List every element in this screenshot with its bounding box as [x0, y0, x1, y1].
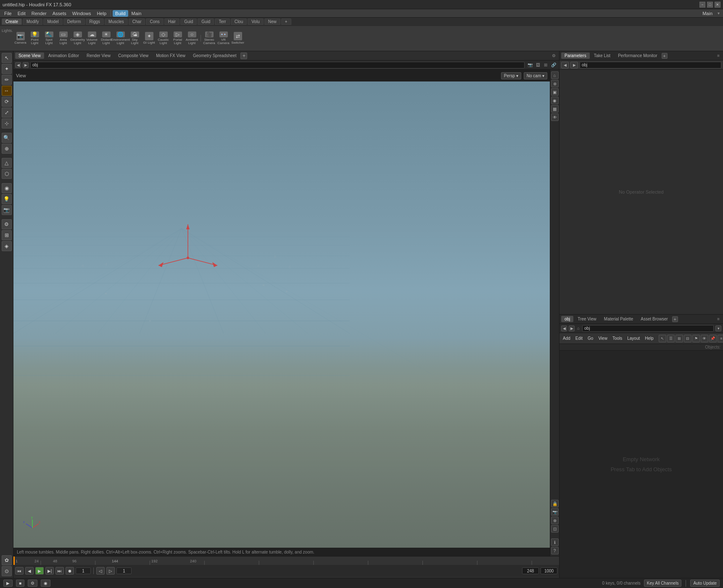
- vp-ctrl-lock[interactable]: 🔒: [551, 500, 559, 507]
- tl-next-key[interactable]: ▷: [106, 567, 115, 575]
- menu-edit[interactable]: Edit: [15, 10, 28, 17]
- timeline-ruler[interactable]: 96 144 192 240 1 24 48 144: [13, 556, 559, 565]
- tl-prev-key[interactable]: ◁: [96, 567, 105, 575]
- shelf-spot-light[interactable]: 🔦 Spot Light: [42, 31, 56, 46]
- persp-icon[interactable]: 📷: [528, 63, 533, 67]
- vp-ctrl-help[interactable]: ?: [551, 547, 559, 554]
- tl-goto-start[interactable]: ⏮: [15, 567, 24, 575]
- viewport[interactable]: View Persp ▾ No cam ▾: [13, 70, 550, 556]
- shelf-tab-create[interactable]: Create: [2, 18, 22, 25]
- shelf-point-light[interactable]: 💡 Point Light: [28, 31, 42, 46]
- path-forward-btn[interactable]: ▶: [23, 62, 29, 68]
- net-menu-layout[interactable]: Layout: [625, 335, 641, 341]
- shelf-tab-char[interactable]: Char: [129, 18, 145, 25]
- rotate-tool[interactable]: ⟳: [2, 97, 12, 107]
- projection-dropdown[interactable]: Persp ▾: [501, 72, 521, 79]
- zoom-tool[interactable]: ⊕: [2, 144, 12, 154]
- network-path-input[interactable]: [582, 325, 714, 332]
- tab-tree-view[interactable]: Tree View: [574, 316, 599, 322]
- shelf-tab-terr[interactable]: Terr: [215, 18, 230, 25]
- network-menu-icon[interactable]: ≡: [715, 317, 721, 321]
- menu-help[interactable]: Help: [94, 10, 109, 17]
- obj-tool[interactable]: ⬡: [2, 169, 12, 179]
- tab-render-view[interactable]: Render View: [83, 52, 114, 59]
- shelf-volume-light[interactable]: ☁ Volume Light: [85, 31, 99, 46]
- tl-play-stop[interactable]: ▶: [35, 567, 44, 575]
- bb-stop-btn[interactable]: ■: [16, 580, 24, 587]
- shelf-tab-muscles[interactable]: Muscles: [105, 18, 128, 25]
- shelf-env-light[interactable]: 🌐 Environment Light: [114, 31, 127, 46]
- net-menu-view[interactable]: View: [596, 335, 609, 341]
- viewport-path-input[interactable]: [30, 62, 525, 68]
- minimize-button[interactable]: −: [699, 2, 705, 8]
- viewport-canvas[interactable]: -6 -4 4 6 8 x: [13, 81, 550, 548]
- params-back-btn[interactable]: ◀: [561, 62, 569, 68]
- tab-composite-view[interactable]: Composite View: [115, 52, 152, 59]
- net-icon-pin[interactable]: 📌: [709, 335, 717, 342]
- tab-scene-view[interactable]: Scene View: [15, 52, 44, 59]
- vp-ctrl-zoom[interactable]: ⊕: [551, 80, 559, 87]
- tl-next-frame[interactable]: ▶|: [45, 567, 54, 575]
- net-menu-edit[interactable]: Edit: [574, 335, 584, 341]
- network-tab-add[interactable]: +: [672, 316, 678, 322]
- shelf-tab-new[interactable]: New: [264, 18, 280, 25]
- net-menu-help[interactable]: Help: [643, 335, 655, 341]
- vp-ctrl-nav[interactable]: ⊕: [551, 517, 559, 524]
- shelf-portal-light[interactable]: ▷ Portal Light: [171, 31, 185, 46]
- tl-frame-display[interactable]: [116, 567, 132, 574]
- paint-tool[interactable]: ✏: [2, 75, 12, 85]
- pose-tool[interactable]: ✦: [2, 64, 12, 74]
- key-all-channels-btn[interactable]: Key All Channels: [644, 580, 682, 587]
- vp-ctrl-render[interactable]: ◉: [551, 97, 559, 104]
- tl-record[interactable]: ⏺: [66, 567, 74, 575]
- shelf-tab-model[interactable]: Model: [43, 18, 62, 25]
- vp-ctrl-info[interactable]: ℹ: [551, 538, 559, 546]
- net-forward-btn[interactable]: ▶: [569, 326, 575, 331]
- menu-file[interactable]: File: [2, 10, 14, 17]
- shelf-tab-plus[interactable]: +: [281, 18, 291, 25]
- shelf-geometry-light[interactable]: ◈ Geometry Light: [71, 31, 84, 46]
- net-menu-go[interactable]: Go: [586, 335, 595, 341]
- params-path-input[interactable]: [580, 62, 721, 68]
- handle-tool[interactable]: ⊹: [2, 118, 12, 129]
- net-icon-more[interactable]: ≡: [718, 335, 723, 342]
- light-tool[interactable]: 💡: [2, 194, 12, 204]
- vp-ctrl-home[interactable]: ⌂: [551, 71, 559, 79]
- net-icon-table[interactable]: ⊟: [684, 335, 691, 342]
- vp-ctrl-vis[interactable]: 👁: [551, 113, 559, 121]
- shelf-ambient-light[interactable]: ○ Ambient Light: [185, 31, 199, 46]
- shelf-tab-clou[interactable]: Clou: [231, 18, 247, 25]
- shelf-tab-riggs[interactable]: Riggs: [86, 18, 104, 25]
- menu-assets[interactable]: Assets: [50, 10, 69, 17]
- shelf-tab-guid1[interactable]: Guid: [180, 18, 197, 25]
- net-icon-list[interactable]: ☰: [667, 335, 675, 342]
- vp-ctrl-frame[interactable]: ▣: [551, 88, 559, 96]
- view-tab-add-button[interactable]: +: [240, 52, 247, 59]
- view-tool[interactable]: 🔍: [2, 133, 12, 143]
- scale-tool[interactable]: ⤢: [2, 108, 12, 118]
- tab-take-list[interactable]: Take List: [591, 52, 614, 59]
- tab-obj[interactable]: obj: [561, 316, 573, 322]
- net-icon-grid[interactable]: ⊞: [676, 335, 683, 342]
- panel-tab-add[interactable]: +: [662, 53, 668, 59]
- shelf-tab-deform[interactable]: Deform: [63, 18, 85, 25]
- shelf-tab-guid2[interactable]: Guid: [198, 18, 214, 25]
- bb-render-btn[interactable]: ◉: [41, 580, 50, 587]
- shelf-tab-cons[interactable]: Cons: [146, 18, 163, 25]
- tab-asset-browser[interactable]: Asset Browser: [637, 316, 671, 322]
- tl-frame-input[interactable]: [76, 567, 91, 574]
- view-options[interactable]: ⚙: [550, 53, 557, 58]
- tl-prev-frame[interactable]: ◀: [25, 567, 34, 575]
- menu-build[interactable]: Build: [113, 10, 128, 17]
- vp-ctrl-snap[interactable]: ⊡: [551, 525, 559, 533]
- shelf-tab-hair[interactable]: Hair: [164, 18, 179, 25]
- tab-motion-fx[interactable]: Motion FX View: [153, 52, 189, 59]
- grid-icon[interactable]: ⊞: [544, 63, 547, 67]
- shelf-tab-volu[interactable]: Volu: [248, 18, 263, 25]
- tl-range-end[interactable]: [541, 567, 557, 574]
- tab-animation-editor[interactable]: Animation Editor: [45, 52, 82, 59]
- extra-tool1[interactable]: ⚙: [2, 219, 12, 229]
- restore-button[interactable]: □: [707, 2, 713, 8]
- params-forward-btn[interactable]: ▶: [570, 62, 578, 68]
- menu-windows[interactable]: Windows: [70, 10, 94, 17]
